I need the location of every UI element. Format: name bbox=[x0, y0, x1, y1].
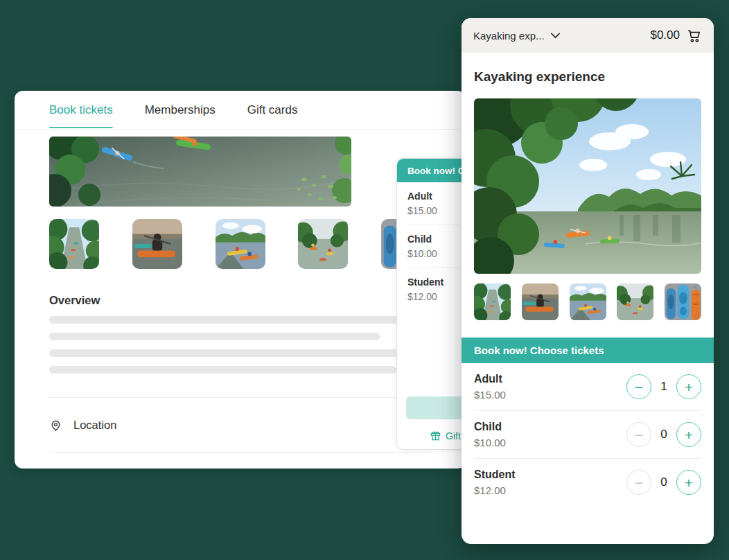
event-selector-dropdown[interactable]: Kayaking exp... bbox=[473, 30, 560, 42]
thumbnail-photo[interactable] bbox=[298, 219, 348, 269]
widget-header: Kayaking exp... $0.00 bbox=[462, 18, 714, 53]
quantity-value: 1 bbox=[656, 380, 672, 394]
event-main-photo bbox=[474, 98, 701, 274]
location-accordion[interactable]: Location bbox=[49, 398, 431, 453]
plus-button[interactable]: + bbox=[676, 422, 701, 447]
minus-icon: − bbox=[635, 380, 643, 394]
quantity-value: 0 bbox=[656, 475, 672, 489]
thumbnail-photo[interactable] bbox=[522, 283, 559, 320]
photo-thumbnail-strip bbox=[474, 283, 701, 320]
ticket-price: $15.00 bbox=[474, 388, 626, 401]
tab-book-tickets[interactable]: Book tickets bbox=[49, 91, 113, 129]
thumbnail-photo[interactable] bbox=[570, 283, 606, 320]
ticket-name: Student bbox=[474, 468, 626, 482]
plus-icon: + bbox=[685, 475, 693, 490]
thumbnail-photo[interactable] bbox=[216, 219, 265, 269]
ticket-price: $10.00 bbox=[474, 436, 626, 449]
event-selector-label: Kayaking exp... bbox=[473, 30, 545, 42]
event-hero-photo bbox=[49, 137, 351, 207]
plus-icon: + bbox=[685, 380, 693, 394]
tab-gift-cards[interactable]: Gift cards bbox=[247, 91, 298, 129]
gift-tickets-link[interactable]: Gift bbox=[430, 430, 461, 441]
tab-memberships[interactable]: Memberships bbox=[145, 91, 216, 129]
thumbnail-photo[interactable] bbox=[665, 283, 701, 320]
thumbnail-photo[interactable] bbox=[132, 219, 182, 269]
ticket-name: Child bbox=[474, 420, 626, 434]
thumbnail-photo[interactable] bbox=[617, 283, 653, 320]
ticket-name: Adult bbox=[474, 372, 626, 386]
cart-button[interactable] bbox=[686, 28, 702, 44]
cart-total: $0.00 bbox=[650, 28, 680, 42]
ticket-row-student: Student $12.00 − 0 + bbox=[474, 459, 701, 506]
ticket-price: $12.00 bbox=[474, 484, 626, 497]
overview-heading: Overview bbox=[49, 293, 431, 307]
minus-button[interactable]: − bbox=[626, 422, 651, 447]
choose-tickets-banner: Book now! Choose tickets bbox=[462, 338, 714, 363]
tab-bar: Book tickets Memberships Gift cards bbox=[15, 91, 466, 130]
photo-thumbnail-strip bbox=[49, 219, 431, 269]
quantity-value: 0 bbox=[656, 428, 672, 441]
minus-button[interactable]: − bbox=[626, 470, 651, 495]
text-placeholder-bar bbox=[49, 316, 431, 324]
plus-button[interactable]: + bbox=[676, 374, 701, 399]
map-pin-icon bbox=[49, 419, 62, 432]
text-placeholder-bar bbox=[49, 366, 396, 374]
quantity-stepper: − 1 + bbox=[626, 374, 701, 399]
minus-icon: − bbox=[635, 475, 643, 490]
minus-icon: − bbox=[635, 428, 643, 442]
text-placeholder-bar bbox=[49, 349, 431, 357]
plus-button[interactable]: + bbox=[676, 470, 701, 495]
shopping-cart-icon bbox=[686, 28, 702, 44]
minus-button[interactable]: − bbox=[626, 374, 651, 399]
event-title: Kayaking experience bbox=[474, 68, 701, 86]
thumbnail-photo[interactable] bbox=[474, 283, 511, 320]
gift-icon bbox=[430, 430, 441, 441]
location-label: Location bbox=[73, 419, 408, 432]
plus-icon: + bbox=[685, 428, 693, 442]
thumbnail-photo[interactable] bbox=[49, 219, 99, 269]
ticket-row-child: Child $10.00 − 0 + bbox=[474, 411, 701, 459]
chevron-down-icon bbox=[551, 33, 560, 39]
booking-widget-panel: Kayaking exp... $0.00 Kayaking experienc… bbox=[462, 18, 714, 544]
quantity-stepper: − 0 + bbox=[626, 422, 701, 447]
ticket-row-adult: Adult $15.00 − 1 + bbox=[474, 363, 701, 411]
gift-link-label: Gift bbox=[446, 430, 461, 441]
quantity-stepper: − 0 + bbox=[626, 470, 701, 495]
text-placeholder-bar bbox=[49, 333, 380, 340]
